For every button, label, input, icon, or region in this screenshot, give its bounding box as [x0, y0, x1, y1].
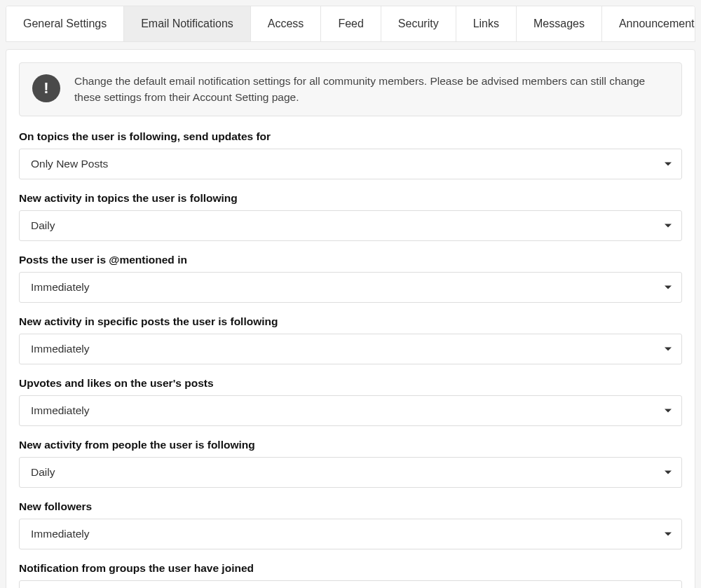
field-topic-updates: On topics the user is following, send up…: [19, 130, 682, 179]
tab-feed[interactable]: Feed: [321, 6, 381, 41]
select-value: Immediately: [31, 281, 90, 293]
field-label: New activity in topics the user is follo…: [19, 192, 682, 205]
tab-general-settings[interactable]: General Settings: [6, 6, 124, 41]
field-mentioned-posts: Posts the user is @mentioned in Immediat…: [19, 254, 682, 303]
field-new-followers: New followers Immediately: [19, 500, 682, 549]
select-upvotes-likes[interactable]: Immediately: [19, 395, 682, 426]
tab-email-notifications[interactable]: Email Notifications: [124, 6, 251, 41]
select-group-notifications[interactable]: Immediately: [19, 580, 682, 589]
tab-access[interactable]: Access: [251, 6, 322, 41]
select-value: Daily: [31, 466, 55, 478]
select-value: Immediately: [31, 528, 90, 540]
select-new-followers[interactable]: Immediately: [19, 519, 682, 549]
tab-links[interactable]: Links: [456, 6, 517, 41]
select-value: Immediately: [31, 343, 90, 355]
field-new-activity-topics: New activity in topics the user is follo…: [19, 192, 682, 241]
exclamation-icon: !: [32, 74, 60, 102]
field-group-notifications: Notification from groups the user have j…: [19, 562, 682, 589]
select-value: Immediately: [31, 404, 90, 416]
select-value: Daily: [31, 219, 55, 231]
chevron-down-icon: [665, 409, 672, 412]
field-label: On topics the user is following, send up…: [19, 130, 682, 143]
select-activity-people[interactable]: Daily: [19, 457, 682, 488]
select-new-activity-topics[interactable]: Daily: [19, 210, 682, 241]
select-new-activity-posts[interactable]: Immediately: [19, 334, 682, 364]
field-label: Posts the user is @mentioned in: [19, 254, 682, 266]
chevron-down-icon: [665, 162, 672, 165]
field-label: New activity in specific posts the user …: [19, 315, 682, 328]
field-label: New activity from people the user is fol…: [19, 439, 682, 451]
chevron-down-icon: [665, 532, 672, 535]
tab-announcement[interactable]: Announcement: [602, 6, 695, 41]
field-label: New followers: [19, 500, 682, 513]
email-notifications-panel: ! Change the default email notification …: [6, 49, 695, 588]
info-banner: ! Change the default email notification …: [19, 62, 682, 116]
tabs-bar: General Settings Email Notifications Acc…: [6, 6, 695, 42]
info-banner-text: Change the default email notification se…: [74, 73, 669, 106]
tab-security[interactable]: Security: [381, 6, 456, 41]
field-label: Upvotes and likes on the user's posts: [19, 377, 682, 390]
chevron-down-icon: [665, 347, 672, 350]
field-activity-people: New activity from people the user is fol…: [19, 439, 682, 488]
select-topic-updates[interactable]: Only New Posts: [19, 149, 682, 179]
chevron-down-icon: [665, 470, 672, 474]
field-label: Notification from groups the user have j…: [19, 562, 682, 575]
select-value: Only New Posts: [31, 158, 108, 170]
settings-page: General Settings Email Notifications Acc…: [6, 6, 695, 588]
chevron-down-icon: [665, 224, 672, 227]
field-new-activity-posts: New activity in specific posts the user …: [19, 315, 682, 364]
field-upvotes-likes: Upvotes and likes on the user's posts Im…: [19, 377, 682, 426]
chevron-down-icon: [665, 285, 672, 289]
select-mentioned-posts[interactable]: Immediately: [19, 272, 682, 303]
tab-messages[interactable]: Messages: [517, 6, 602, 41]
